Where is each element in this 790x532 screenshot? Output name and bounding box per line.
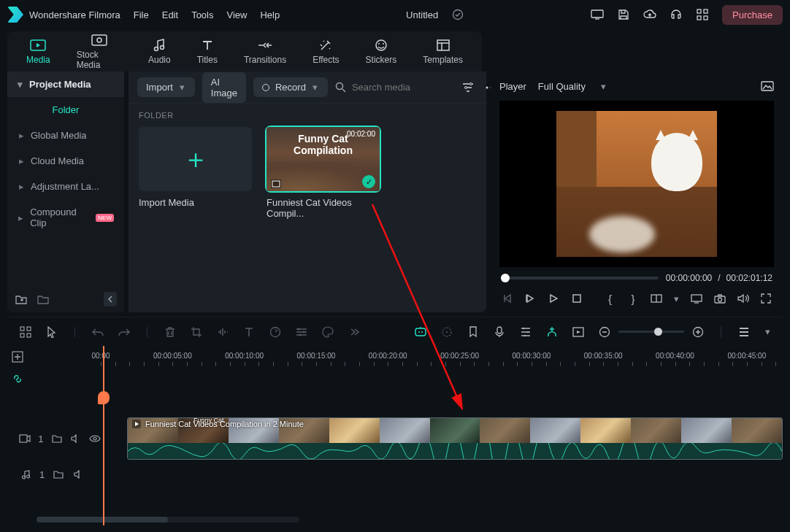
save-icon[interactable] <box>617 8 630 21</box>
magnetic-icon[interactable] <box>545 325 559 339</box>
scrub-bar[interactable] <box>501 277 659 280</box>
timeline-scrollbar[interactable] <box>37 517 299 523</box>
mark-in-icon[interactable]: { <box>604 292 617 305</box>
sidebar-compound-clip[interactable]: ▸Compound ClipNEW <box>7 199 124 236</box>
tab-effects[interactable]: Effects <box>305 37 346 66</box>
speed-icon[interactable] <box>269 325 282 339</box>
display-icon[interactable] <box>690 292 703 305</box>
import-media-card[interactable]: ＋ Import Media <box>139 127 252 219</box>
menu-edit[interactable]: Edit <box>162 9 178 20</box>
apps-icon[interactable] <box>696 8 709 21</box>
selection-mode-icon[interactable] <box>19 325 32 339</box>
sidebar-cloud-media[interactable]: ▸Cloud Media <box>7 148 124 174</box>
redo-icon[interactable] <box>118 325 131 339</box>
media-panel: Import▾ AI Image Record▾ FOLDER ＋ Import… <box>129 72 486 312</box>
timeline-clip[interactable]: Funniest Cat Videos Compilation in 2 Min… <box>127 417 783 460</box>
crop-icon[interactable] <box>190 325 203 339</box>
mark-out-icon[interactable]: } <box>626 292 640 305</box>
sidebar-global-media[interactable]: ▸Global Media <box>7 123 124 148</box>
zoom-in-icon[interactable] <box>691 325 705 339</box>
quality-select[interactable]: Full Quality▾ <box>538 81 607 92</box>
search-input[interactable] <box>352 82 454 93</box>
prev-frame-icon[interactable] <box>501 292 514 305</box>
track-folder-icon[interactable] <box>50 432 62 445</box>
render-icon[interactable] <box>572 325 585 339</box>
collapse-sidebar-button[interactable] <box>104 292 117 307</box>
playhead[interactable] <box>103 346 104 525</box>
undo-icon[interactable] <box>91 325 104 339</box>
marker-icon[interactable] <box>467 325 480 339</box>
templates-icon <box>435 39 451 52</box>
zoom-knob[interactable] <box>654 328 662 336</box>
record-button[interactable]: Record▾ <box>253 77 328 97</box>
volume-icon[interactable] <box>737 292 750 305</box>
ai-assistant-icon[interactable] <box>414 325 427 339</box>
svg-point-12 <box>378 43 380 45</box>
sidebar-header[interactable]: ▾ Project Media <box>7 72 124 97</box>
tab-templates[interactable]: Templates <box>415 37 470 66</box>
top-tabs: Media Stock Media Audio Titles Transitio… <box>7 31 482 72</box>
voiceover-icon[interactable] <box>493 325 506 339</box>
track-options-icon[interactable] <box>737 325 751 339</box>
tab-stickers[interactable]: Stickers <box>358 37 404 66</box>
zoom-out-icon[interactable] <box>598 325 611 339</box>
audio-icon <box>151 39 167 52</box>
play-icon[interactable] <box>547 292 560 305</box>
menu-help[interactable]: Help <box>260 9 280 20</box>
text-icon[interactable] <box>242 325 256 339</box>
preview-viewport[interactable] <box>499 101 774 267</box>
zoom-slider[interactable] <box>618 331 684 333</box>
chevron-down-icon[interactable]: ▾ <box>673 295 680 302</box>
svg-point-39 <box>421 331 423 333</box>
pointer-icon[interactable] <box>45 325 58 339</box>
menu-tools[interactable]: Tools <box>191 9 213 20</box>
stop-icon[interactable] <box>570 292 583 305</box>
folder-icon[interactable] <box>37 293 50 306</box>
filter-icon[interactable] <box>461 81 475 94</box>
track-mute-icon[interactable] <box>70 432 82 445</box>
menu-view[interactable]: View <box>226 9 247 20</box>
tab-media[interactable]: Media <box>19 37 58 66</box>
support-icon[interactable] <box>670 8 683 21</box>
sidebar-adjustment-layer[interactable]: ▸Adjustment La... <box>7 174 124 199</box>
camera-icon[interactable] <box>713 292 726 305</box>
tab-transitions[interactable]: Transitions <box>237 37 294 66</box>
import-button[interactable]: Import▾ <box>137 77 195 97</box>
scrub-knob[interactable] <box>501 274 510 282</box>
track-folder-icon[interactable] <box>52 468 65 481</box>
media-clip-card[interactable]: Funny Cat Compilation 00:02:00 ✓ Funnies… <box>266 127 380 219</box>
tab-stock-media[interactable]: Stock Media <box>69 32 129 72</box>
search-icon <box>335 82 346 93</box>
fullscreen-icon[interactable] <box>759 292 772 305</box>
project-title[interactable]: Untitled <box>406 9 438 20</box>
tab-audio[interactable]: Audio <box>141 37 178 66</box>
sidebar-folder[interactable]: Folder <box>7 97 124 123</box>
tab-titles[interactable]: Titles <box>190 37 225 66</box>
device-icon[interactable] <box>591 8 604 21</box>
color-icon[interactable] <box>321 325 334 339</box>
menu-file[interactable]: File <box>134 9 149 20</box>
logo-icon <box>7 7 23 23</box>
svg-rect-5 <box>704 16 707 20</box>
mixer-icon[interactable] <box>519 325 532 339</box>
adjust-icon[interactable] <box>295 325 308 339</box>
play-pause-icon[interactable] <box>524 292 537 305</box>
ai-image-button[interactable]: AI Image <box>202 72 246 103</box>
new-folder-icon[interactable] <box>15 293 28 306</box>
target-icon[interactable] <box>440 325 453 339</box>
chevron-down-icon[interactable]: ▾ <box>764 328 771 336</box>
cloud-upload-icon[interactable] <box>643 8 656 21</box>
time-ruler[interactable]: 00:0000:00:05:0000:00:10:0000:00:15:0000… <box>7 346 783 372</box>
purchase-button[interactable]: Purchase <box>722 5 783 25</box>
time-total: 00:02:01:12 <box>726 273 772 283</box>
snapshot-settings-icon[interactable] <box>761 80 774 93</box>
delete-icon[interactable] <box>164 325 177 339</box>
svg-point-16 <box>469 82 472 85</box>
ratio-icon[interactable] <box>650 292 663 305</box>
track-visible-icon[interactable] <box>89 432 101 445</box>
track-mute-icon[interactable] <box>72 468 85 481</box>
audio-edit-icon[interactable] <box>216 325 229 339</box>
more-tools-icon[interactable] <box>348 325 361 339</box>
svg-rect-29 <box>20 327 24 331</box>
record-icon <box>262 84 269 91</box>
